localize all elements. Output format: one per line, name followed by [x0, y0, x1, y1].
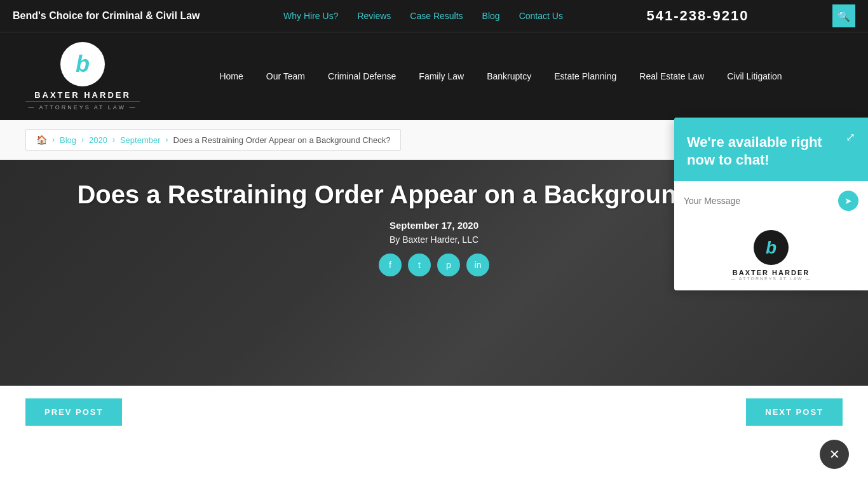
topnav-reviews[interactable]: Reviews [357, 11, 391, 21]
nav-home[interactable]: Home [208, 65, 254, 88]
chat-message-input[interactable] [684, 196, 833, 206]
chat-input-area: ➤ [674, 181, 868, 220]
breadcrumb-month[interactable]: September [120, 135, 161, 145]
breadcrumb-year[interactable]: 2020 [89, 135, 107, 145]
nav-bankruptcy[interactable]: Bankruptcy [475, 65, 543, 88]
logo-circle: b [60, 42, 105, 86]
chat-logo-icon: b [766, 238, 776, 258]
next-post-button[interactable]: NEXT POST [746, 398, 843, 426]
chat-collapse-button[interactable]: ⤢ [846, 130, 855, 144]
nav-estate-planning[interactable]: Estate Planning [543, 65, 628, 88]
nav-civil-litigation[interactable]: Civil Litigation [715, 65, 793, 88]
breadcrumb: 🏠 › Blog › 2020 › September › Does a Res… [25, 129, 401, 151]
breadcrumb-sep-3: › [166, 135, 168, 144]
chat-logo-circle: b [754, 230, 789, 265]
topnav-why-hire-us[interactable]: Why Hire Us? [283, 11, 338, 21]
nav-family-law[interactable]: Family Law [407, 65, 475, 88]
linkedin-icon[interactable]: in [466, 254, 489, 276]
send-icon: ➤ [844, 196, 852, 206]
chat-send-button[interactable]: ➤ [838, 191, 858, 211]
pinterest-icon[interactable]: p [437, 254, 460, 276]
firm-name: BAXTER HARDER [34, 90, 131, 100]
breadcrumb-current: Does a Restraining Order Appear on a Bac… [173, 135, 391, 145]
topnav-blog[interactable]: Blog [482, 11, 500, 21]
chat-title: We're available right now to chat! [687, 133, 827, 168]
chat-widget: We're available right now to chat! ⤢ ➤ b… [674, 118, 868, 290]
logo-area[interactable]: b BAXTER HARDER — ATTORNEYS AT LAW — [25, 42, 140, 111]
main-nav: Home Our Team Criminal Defense Family La… [140, 65, 843, 88]
top-bar-phone: 541-238-9210 [646, 8, 749, 24]
nav-criminal-defense[interactable]: Criminal Defense [316, 65, 407, 88]
breadcrumb-blog[interactable]: Blog [60, 135, 76, 145]
chat-firm-tagline: — ATTORNEYS AT LAW — [731, 276, 811, 281]
twitter-icon[interactable]: t [408, 254, 431, 276]
search-button[interactable]: 🔍 [832, 4, 855, 27]
topnav-case-results[interactable]: Case Results [410, 11, 463, 21]
chat-header: We're available right now to chat! ⤢ [674, 118, 868, 181]
nav-real-estate-law[interactable]: Real Estate Law [628, 65, 715, 88]
logo-icon: b [76, 51, 90, 78]
prev-post-button[interactable]: PREV POST [25, 398, 122, 426]
breadcrumb-home[interactable]: 🏠 [36, 135, 47, 145]
search-icon: 🔍 [837, 10, 850, 22]
breadcrumb-sep-0: › [52, 135, 55, 144]
nav-our-team[interactable]: Our Team [255, 65, 316, 88]
header: b BAXTER HARDER — ATTORNEYS AT LAW — Hom… [0, 32, 868, 120]
chat-logo-area: b BAXTER HARDER — ATTORNEYS AT LAW — [674, 220, 868, 290]
topnav-contact-us[interactable]: Contact Us [519, 11, 563, 21]
breadcrumb-sep-2: › [112, 135, 115, 144]
top-bar: Bend's Choice for Criminal & Civil Law W… [0, 0, 868, 32]
top-bar-nav: Why Hire Us? Reviews Case Results Blog C… [283, 11, 563, 21]
home-icon: 🏠 [36, 135, 47, 145]
breadcrumb-sep-1: › [81, 135, 84, 144]
top-bar-tagline: Bend's Choice for Criminal & Civil Law [13, 10, 200, 22]
bottom-nav: PREV POST NEXT POST [0, 386, 868, 438]
chat-firm-name: BAXTER HARDER [733, 269, 810, 276]
firm-tagline: — ATTORNEYS AT LAW — [28, 104, 137, 111]
collapse-icon: ⤢ [846, 131, 855, 144]
facebook-icon[interactable]: f [379, 254, 402, 276]
